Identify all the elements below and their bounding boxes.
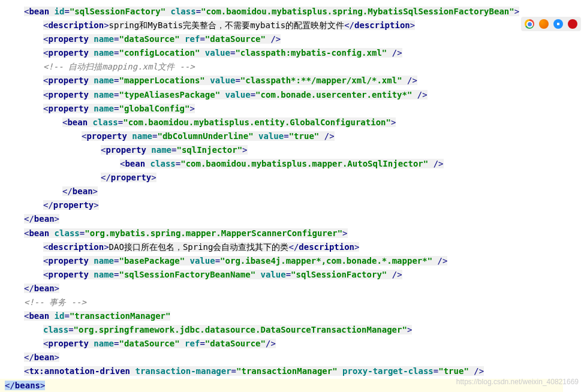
p8-name: basePackage [124,256,180,266]
tx-proxy: true [444,366,464,376]
p1-ref: dataSource [210,34,260,44]
b2-class: org.mybatis.spring.mapper.MapperScannerC… [90,228,338,238]
p10-name: dataSource [124,339,174,348]
b3-class: org.springframework.jdbc.datasource.Data… [79,325,402,334]
safari-icon [553,19,563,29]
browser-icons [521,17,581,31]
p7-name: sqlInjector [182,145,237,155]
p3-value: classpath*:**/mapper/xml/*.xml [245,76,397,85]
p6-value: true [294,131,314,141]
b1-id: sqlSessionFactory [74,7,160,16]
b1-class: com.baomidou.mybatisplus.spring.MybatisS… [206,7,510,16]
p4-name: typeAliasesPackage [124,90,215,99]
p2-name: configLocation [124,48,195,58]
chrome-icon [525,19,534,29]
p4-value: com.bonade.usercenter.entity* [261,90,407,99]
p10-ref: dataSource [210,339,260,348]
watermark: https://blog.csdn.net/weixin_40821669 [456,376,579,388]
p2-value: classpath:mybatis-config.xml [240,48,382,58]
inj-class: com.baomidou.mybatisplus.mapper.AutoSqlI… [186,159,423,168]
opera-icon [568,19,577,29]
comment1: 自动扫描mapping.xml文件 [68,62,174,71]
tx-manager: transactionManager [241,366,332,376]
p1-name: dataSource [124,34,174,44]
p9-name: sqlSessionFactoryBeanName [124,270,251,279]
desc1: spring和MyBatis完美整合，不需要mybatis的配置映射文件 [109,20,345,30]
desc2: DAO接口所在包名，Spring会自动查找其下的类 [109,242,289,252]
p3-name: mapperLocations [124,76,200,85]
p8-value: org.ibase4j.mapper*,com.bonade.*.mapper* [225,256,428,266]
p9-value: sqlSessionFactory [296,270,382,279]
comment2: 事务 [49,297,66,307]
p6-name: dbColumnUnderline [162,131,248,141]
b3-id: transactionManager [74,311,165,321]
gc-class: com.baomidou.mybatisplus.entity.GlobalCo… [128,117,386,127]
p5-name: globalConfig [124,104,185,113]
firefox-icon [539,19,549,29]
code-block: <bean id="sqlSessionFactory" class="com.… [24,5,563,392]
